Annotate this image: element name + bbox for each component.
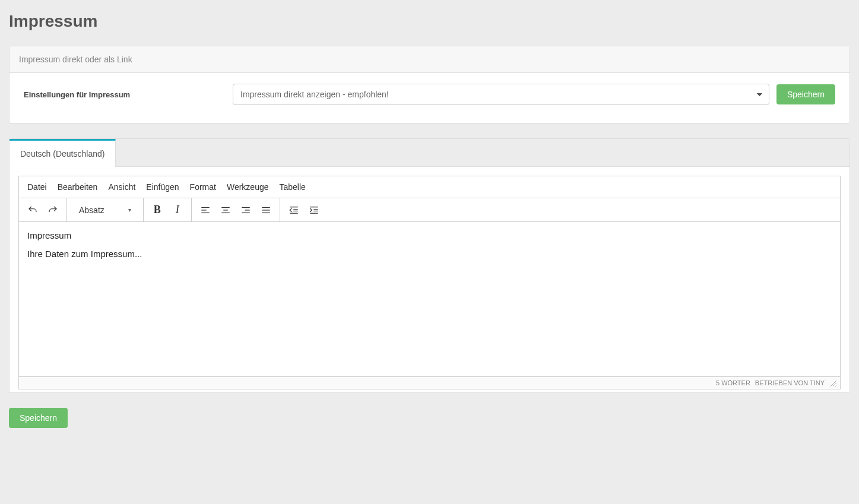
- menu-table[interactable]: Tabelle: [280, 182, 306, 192]
- undo-icon: [27, 205, 38, 215]
- editor-toolbar: Absatz ▾ B I: [19, 198, 840, 222]
- align-center-button[interactable]: [217, 201, 234, 219]
- undo-button[interactable]: [24, 201, 42, 219]
- bottom-actions: Speichern: [9, 408, 850, 428]
- word-count: 5 WÖRTER: [716, 379, 750, 386]
- editor-statusbar: 5 WÖRTER BETRIEBEN VON TINY: [19, 376, 840, 389]
- settings-form-row: Einstellungen für Impressum Impressum di…: [24, 84, 835, 105]
- bold-button[interactable]: B: [148, 201, 166, 219]
- align-left-button[interactable]: [196, 201, 214, 219]
- block-format-label: Absatz: [79, 205, 104, 215]
- bottom-save-button[interactable]: Speichern: [9, 408, 68, 428]
- content-line-2: Ihre Daten zum Impressum...: [27, 249, 832, 259]
- svg-line-22: [835, 385, 836, 386]
- menu-edit[interactable]: Bearbeiten: [58, 182, 98, 192]
- page-title: Impressum: [9, 12, 850, 31]
- settings-panel-header: Impressum direkt oder als Link: [9, 46, 850, 73]
- settings-panel: Impressum direkt oder als Link Einstellu…: [9, 46, 850, 123]
- settings-save-button[interactable]: Speichern: [776, 84, 835, 104]
- tab-strip: Deutsch (Deutschland): [9, 139, 850, 167]
- chevron-down-icon: ▾: [128, 207, 131, 213]
- align-center-icon: [220, 205, 231, 215]
- menu-tools[interactable]: Werkzeuge: [227, 182, 269, 192]
- settings-panel-body: Einstellungen für Impressum Impressum di…: [9, 73, 850, 123]
- outdent-icon: [289, 205, 299, 215]
- powered-by[interactable]: BETRIEBEN VON TINY: [755, 379, 825, 386]
- editor-menubar: Datei Bearbeiten Ansicht Einfügen Format…: [19, 176, 840, 198]
- indent-group: [280, 198, 328, 221]
- text-style-group: B I: [144, 198, 192, 221]
- align-left-icon: [200, 205, 211, 215]
- redo-icon: [47, 205, 58, 215]
- tab-deutsch[interactable]: Deutsch (Deutschland): [9, 139, 116, 167]
- align-right-icon: [240, 205, 251, 215]
- menu-format[interactable]: Format: [190, 182, 216, 192]
- block-format-select[interactable]: Absatz ▾: [72, 205, 138, 215]
- italic-button[interactable]: I: [169, 201, 186, 219]
- redo-button[interactable]: [44, 201, 62, 219]
- indent-icon: [309, 205, 319, 215]
- settings-label: Einstellungen für Impressum: [24, 90, 226, 99]
- menu-insert[interactable]: Einfügen: [146, 182, 179, 192]
- menu-file[interactable]: Datei: [27, 182, 47, 192]
- resize-handle-icon[interactable]: [829, 379, 836, 386]
- outdent-button[interactable]: [285, 201, 303, 219]
- menu-view[interactable]: Ansicht: [108, 182, 135, 192]
- rich-text-editor: Datei Bearbeiten Ansicht Einfügen Format…: [18, 176, 841, 389]
- align-justify-icon: [261, 205, 271, 215]
- indent-button[interactable]: [305, 201, 323, 219]
- align-right-button[interactable]: [237, 201, 255, 219]
- editor-tab-container: Deutsch (Deutschland) Datei Bearbeiten A…: [9, 138, 850, 393]
- block-format-group: Absatz ▾: [67, 198, 144, 221]
- editor-content-area[interactable]: Impressum Ihre Daten zum Impressum...: [19, 222, 840, 376]
- tab-body: Datei Bearbeiten Ansicht Einfügen Format…: [9, 167, 850, 392]
- history-group: [19, 198, 67, 221]
- content-line-1: Impressum: [27, 230, 832, 240]
- impressum-mode-select[interactable]: Impressum direkt anzeigen - empfohlen!: [233, 84, 769, 105]
- align-group: [192, 198, 280, 221]
- align-justify-button[interactable]: [257, 201, 275, 219]
